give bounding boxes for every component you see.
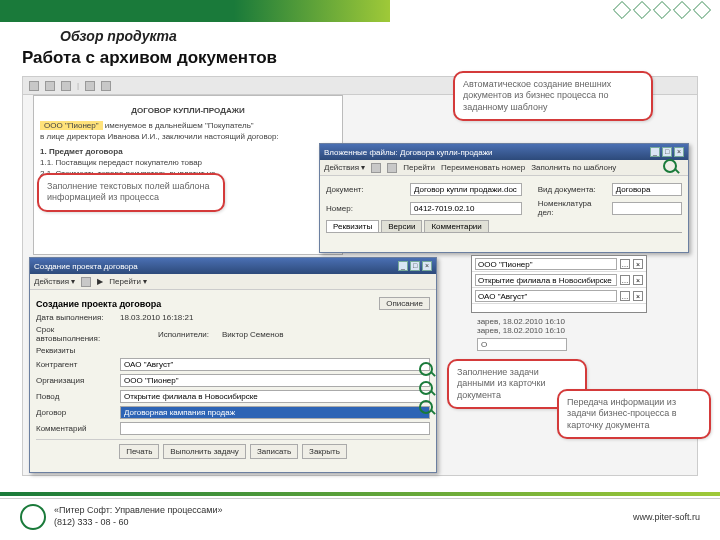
magnifier-icon: [419, 400, 433, 414]
slide-topbar: [0, 0, 720, 22]
ellipsis-icon[interactable]: …: [620, 291, 630, 301]
maximize-icon[interactable]: □: [410, 261, 420, 271]
tab-requisites[interactable]: Реквизиты: [326, 220, 379, 232]
window-toolbar: Действия ▾ ▶ Перейти ▾: [30, 274, 436, 290]
field-label: Номенклатура дел:: [538, 199, 608, 217]
field-label: Реквизиты: [36, 346, 116, 355]
kind-field[interactable]: Договора: [612, 183, 682, 196]
tab-versions[interactable]: Версии: [381, 220, 422, 232]
logo-icon: [20, 504, 46, 530]
field-label: Организация: [36, 376, 116, 385]
tool-icon[interactable]: [45, 81, 55, 91]
page-title: Работа с архивом документов: [22, 48, 720, 68]
field-label: Номер:: [326, 204, 406, 213]
doc-text: в лице директора Иванова И.И., заключили…: [40, 132, 336, 141]
form-heading: Создание проекта договора: [36, 299, 161, 309]
window-titlebar[interactable]: Создание проекта договора _ □ ×: [30, 258, 436, 274]
window-title: Вложенные файлы: Договора купли-продажи: [324, 148, 492, 157]
field-label: Вид документа:: [538, 185, 608, 194]
window-titlebar[interactable]: Вложенные файлы: Договора купли-продажи …: [320, 144, 688, 160]
contract-field[interactable]: Договорная кампания продаж: [120, 406, 430, 419]
brand-strip: [0, 0, 390, 22]
phone: (812) 333 - 08 - 60: [54, 517, 223, 528]
tool-icon[interactable]: [101, 81, 111, 91]
magnifier-icon: [419, 362, 433, 376]
maximize-icon[interactable]: □: [662, 147, 672, 157]
actions-menu[interactable]: Действия ▾: [34, 277, 75, 286]
window-body: Создание проекта договора Описание Дата …: [30, 290, 436, 463]
close-icon[interactable]: ×: [633, 291, 643, 301]
minimize-icon[interactable]: _: [650, 147, 660, 157]
reason-field[interactable]: Открытие филиала в Новосибирске: [120, 390, 430, 403]
renumber-button[interactable]: Переименовать номер: [441, 163, 525, 172]
goto-button[interactable]: Перейти: [403, 163, 435, 172]
grid-fragment: зарев, 18.02.2010 16:10 зарев, 18.02.201…: [477, 317, 567, 351]
field-label: Контрагент: [36, 360, 116, 369]
save-button[interactable]: Записать: [250, 444, 298, 459]
close-icon[interactable]: ×: [633, 259, 643, 269]
goto-menu[interactable]: Перейти ▾: [109, 277, 147, 286]
date-value: 18.03.2010 16:18:21: [120, 313, 193, 322]
doc-text: именуемое в дальнейшем "Покупатель": [105, 121, 254, 130]
icon-button[interactable]: [81, 277, 91, 287]
window-project: Создание проекта договора _ □ × Действия…: [29, 257, 437, 473]
window-toolbar: Действия ▾ Перейти Переименовать номер З…: [320, 160, 688, 176]
window-controls: _ □ ×: [650, 147, 684, 157]
document-field[interactable]: Договор купли продажи.doc: [410, 183, 522, 196]
organization-field[interactable]: ООО "Пионер": [120, 374, 430, 387]
execute-task-button[interactable]: Выполнить задачу: [163, 444, 246, 459]
field-label: Повод: [36, 392, 116, 401]
window-title: Создание проекта договора: [34, 262, 138, 271]
close-icon[interactable]: ×: [674, 147, 684, 157]
footer: «Питер Софт: Управление процессами» (812…: [0, 498, 720, 534]
number-field[interactable]: 0412-7019.02.10: [410, 202, 522, 215]
doc-highlight: ООО "Пионер": [40, 121, 103, 130]
fill-template-button[interactable]: Заполнить по шаблону: [531, 163, 616, 172]
icon-button[interactable]: [371, 163, 381, 173]
website-url: www.piter-soft.ru: [633, 512, 700, 522]
window-attachments: Вложенные файлы: Договора купли-продажи …: [319, 143, 689, 253]
print-button[interactable]: Печать: [119, 444, 159, 459]
close-icon[interactable]: ×: [422, 261, 432, 271]
ellipsis-icon[interactable]: …: [620, 259, 630, 269]
list-item[interactable]: ОАО "Август"…×: [472, 288, 646, 304]
field-label: Дата выполнения:: [36, 313, 116, 322]
minimize-icon[interactable]: _: [398, 261, 408, 271]
tabs: Реквизиты Версии Комментарии: [326, 220, 682, 233]
callout-transfer: Передача информации из задачи бизнес-про…: [557, 389, 711, 439]
decor-cubes: [614, 2, 710, 18]
description-button[interactable]: Описание: [379, 297, 430, 310]
window-controls: _ □ ×: [398, 261, 432, 271]
list-item[interactable]: ООО "Пионер"…×: [472, 256, 646, 272]
magnifier-icon: [663, 159, 677, 173]
doc-text: 1.1. Поставщик передаст покупателю товар: [40, 158, 336, 167]
list-popup: ООО "Пионер"…× Открытие филиала в Новоси…: [471, 255, 647, 313]
field-label: Срок автовыполнения:: [36, 325, 116, 343]
magnifier-icon: [419, 381, 433, 395]
doc-title: ДОГОВОР КУПЛИ-ПРОДАЖИ: [40, 106, 336, 115]
callout-fill-template: Заполнение текстовых полей шаблона инфор…: [37, 173, 225, 212]
tool-icon[interactable]: [85, 81, 95, 91]
tool-icon[interactable]: [61, 81, 71, 91]
field-label: Комментарий: [36, 424, 116, 433]
reg-field[interactable]: [612, 202, 682, 215]
doc-text: 1. Предмет договора: [40, 147, 336, 156]
field[interactable]: О: [477, 338, 567, 351]
field-label: Договор: [36, 408, 116, 417]
tool-icon[interactable]: [29, 81, 39, 91]
icon-button[interactable]: [387, 163, 397, 173]
play-icon[interactable]: ▶: [97, 277, 103, 286]
callout-auto-create: Автоматическое создание внешних документ…: [453, 71, 653, 121]
ellipsis-icon[interactable]: …: [620, 275, 630, 285]
counterparty-field[interactable]: ОАО "Август": [120, 358, 430, 371]
product-name: «Питер Софт: Управление процессами»: [54, 505, 223, 516]
stage: | ДОГОВОР КУПЛИ-ПРОДАЖИ ООО "Пионер" име…: [22, 76, 698, 476]
close-button[interactable]: Закрыть: [302, 444, 347, 459]
section-label: Обзор продукта: [60, 28, 720, 44]
comment-field[interactable]: [120, 422, 430, 435]
list-item[interactable]: Открытие филиала в Новосибирске…×: [472, 272, 646, 288]
tab-comments[interactable]: Комментарии: [424, 220, 488, 232]
close-icon[interactable]: ×: [633, 275, 643, 285]
window-body: Документ: Договор купли продажи.doc Вид …: [320, 176, 688, 239]
actions-menu[interactable]: Действия ▾: [324, 163, 365, 172]
